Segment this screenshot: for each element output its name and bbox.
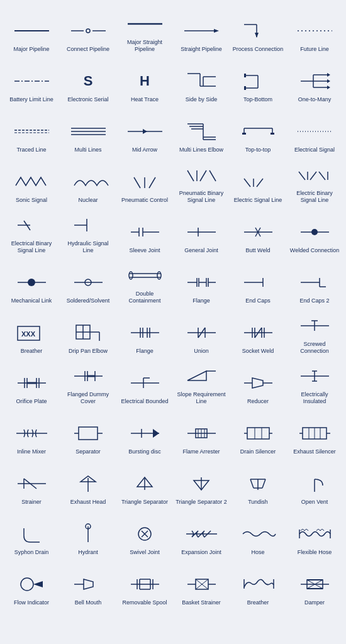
cell-electrical-bounded: Electrical Bounded	[116, 358, 173, 409]
cell-end-caps: End Caps	[230, 258, 286, 308]
label-soldered: Soldered/Solvent	[67, 297, 110, 304]
label-socket-weld: Socket Weld	[242, 348, 274, 355]
label-orifice-plate: Orifice Plate	[16, 398, 47, 405]
symbol-electrical-signal	[289, 119, 340, 144]
symbol-screwed-connection	[289, 313, 340, 338]
symbol-union	[176, 320, 227, 345]
label-side-by-side: Side by Side	[186, 96, 218, 103]
label-strainer: Strainer	[21, 499, 42, 506]
svg-point-88	[129, 272, 133, 279]
cell-hose: Hose	[230, 509, 286, 560]
cell-inline-mixer: Inline Mixer	[3, 409, 60, 459]
svg-text:H: H	[140, 73, 150, 89]
symbol-flange	[176, 270, 227, 295]
cell-separator: Separator	[60, 409, 116, 459]
cell-flanged-dummy: Flanged Dummy Cover	[60, 358, 116, 409]
symbol-electrically-insulated	[289, 364, 340, 389]
svg-line-63	[310, 172, 316, 180]
label-flow-indicator: Flow Indicator	[14, 599, 49, 606]
label-sleeve-joint: Sleeve Joint	[129, 247, 160, 254]
symbol-butt-weld	[232, 219, 284, 245]
svg-rect-23	[244, 86, 246, 90]
symbol-heat-trace: H	[119, 69, 170, 94]
label-elec-binary-signal: Electrical Binary Signal Line	[6, 240, 57, 254]
cell-pneumatic-control: Pneumatic Control	[116, 157, 173, 208]
label-sonic-signal: Sonic Signal	[16, 197, 47, 204]
cell-electrical-signal: Electrical Signal	[286, 107, 343, 157]
cell-mechanical-link: Mechanical Link	[3, 258, 60, 308]
label-slope-req: Slope Requirement Line	[176, 391, 227, 405]
symbol-exhaust-head	[62, 471, 114, 496]
label-multi-lines: Multi Lines	[74, 147, 101, 153]
svg-text:S: S	[83, 73, 92, 89]
svg-marker-29	[327, 73, 330, 77]
cell-triangle-separator: Triangle Separator	[116, 459, 173, 509]
svg-rect-49	[271, 133, 274, 135]
cell-multi-lines-elbow: Multi Lines Elbow	[173, 107, 230, 157]
symbol-one-to-many	[289, 69, 340, 94]
cell-slope-req: Slope Requirement Line	[173, 358, 230, 409]
svg-marker-31	[327, 86, 330, 89]
label-flange2: Flange	[136, 348, 153, 355]
cell-side-by-side: Side by Side	[173, 57, 230, 107]
cell-tundish: Tundish	[230, 459, 286, 509]
symbol-hydraulic-signal	[62, 213, 114, 238]
cell-triangle-separator-2: Triangle Separator 2	[173, 459, 230, 509]
cell-bursting-disc: Bursting disc	[116, 409, 173, 459]
svg-line-60	[257, 179, 263, 187]
cell-hydrant: Hydrant	[60, 509, 116, 560]
label-electric-signal-line: Electric Signal Line	[234, 197, 282, 204]
cell-exhaust-silencer: Exhaust Silencer	[286, 409, 343, 459]
label-heat-trace: Heat Trace	[131, 96, 159, 103]
svg-line-64	[319, 172, 325, 180]
svg-line-57	[209, 170, 216, 181]
cell-flange2: Flange	[116, 308, 173, 358]
label-double-containment: Double Containment	[119, 291, 170, 304]
label-breather: Breather	[21, 348, 43, 355]
cell-breather2: Breather	[230, 560, 286, 610]
label-electronic-serial: Electronic Serial	[67, 96, 108, 103]
cell-heat-trace: H Heat Trace	[116, 57, 173, 107]
cell-drain-silencer: Drain Silencer	[230, 409, 286, 459]
cell-damper: Damper	[286, 560, 343, 610]
label-welded-connection: Welded Connection	[290, 247, 339, 254]
symbol-bursting-disc	[119, 421, 170, 446]
cell-double-containment: Double Containment	[116, 258, 173, 308]
svg-line-185	[250, 479, 254, 488]
symbol-triangle-separator-2	[176, 471, 227, 496]
label-battery-limit-line: Battery Limit Line	[9, 96, 53, 103]
symbol-traced-line	[6, 119, 57, 144]
cell-general-joint: General Joint	[173, 208, 230, 258]
label-basket-strainer: Basket Strainer	[182, 599, 221, 606]
label-multi-lines-elbow: Multi Lines Elbow	[179, 147, 223, 153]
symbol-reducer	[232, 370, 284, 396]
cell-flexible-hose: Flexible Hose	[286, 509, 343, 560]
svg-marker-155	[153, 429, 159, 438]
cell-butt-weld: Butt Weld	[230, 208, 286, 258]
label-triangle-separator-2: Triangle Separator 2	[176, 499, 227, 506]
label-end-caps-2: End Caps 2	[299, 297, 329, 304]
symbol-grid: Major Pipeline Connect Pipeline Major St…	[0, 0, 346, 616]
label-flanged-dummy: Flanged Dummy Cover	[62, 391, 114, 405]
symbol-flexible-hose	[289, 521, 340, 547]
symbol-pneumatic-control	[119, 169, 170, 194]
symbol-bell-mouth	[62, 572, 114, 597]
label-drain-silencer: Drain Silencer	[240, 448, 276, 455]
symbol-soldered	[62, 270, 114, 295]
label-process-connection: Process Connection	[233, 46, 284, 53]
svg-rect-48	[242, 133, 246, 135]
cell-major-straight-pipeline: Major Straight Pipeline	[116, 6, 173, 57]
cell-orifice-plate: Orifice Plate	[3, 358, 60, 409]
symbol-electric-signal-line	[232, 169, 284, 194]
cell-top-bottom: Top-Bottom	[230, 57, 286, 107]
symbol-electronic-serial: S	[62, 69, 114, 94]
symbol-breather: XXX	[6, 320, 57, 345]
label-inline-mixer: Inline Mixer	[17, 448, 46, 455]
label-open-vent: Open Vent	[301, 499, 328, 506]
label-electrically-insulated: Electrically Insulated	[289, 391, 340, 405]
symbol-top-bottom	[232, 69, 284, 94]
cell-socket-weld: Socket Weld	[230, 308, 286, 358]
label-mechanical-link: Mechanical Link	[11, 297, 52, 304]
label-screwed-connection: Screwed Connection	[289, 341, 340, 355]
cell-reducer: Reducer	[230, 358, 286, 409]
